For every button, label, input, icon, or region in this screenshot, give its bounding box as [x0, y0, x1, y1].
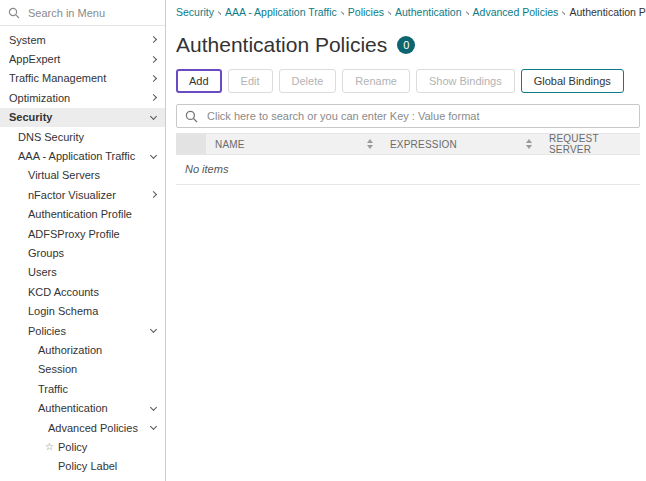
sidebar-item-optimization[interactable]: Optimization	[0, 88, 165, 107]
table-search[interactable]	[176, 104, 640, 128]
breadcrumb-separator-icon	[465, 11, 469, 15]
edit-button[interactable]: Edit	[228, 69, 273, 93]
sidebar-item-login-schema[interactable]: Login Schema	[0, 301, 165, 320]
chevron-right-icon	[150, 75, 157, 82]
column-header-expression[interactable]: EXPRESSION	[381, 134, 540, 154]
page-header: Authentication Policies 0	[176, 33, 646, 57]
sidebar-item-label: ADFSProxy Profile	[28, 228, 156, 240]
sidebar: System AppExpert Traffic Management Opti…	[0, 0, 166, 481]
chevron-down-icon	[150, 326, 157, 333]
sidebar-item-appexpert[interactable]: AppExpert	[0, 49, 165, 68]
sort-icon[interactable]	[526, 139, 532, 149]
sidebar-item-label: System	[9, 34, 145, 46]
sidebar-item-label: Advanced Policies	[48, 422, 145, 434]
breadcrumb: Security AAA - Application Traffic Polic…	[176, 0, 646, 24]
sidebar-item-label: Traffic Management	[9, 72, 145, 84]
sidebar-item-label: AppExpert	[9, 53, 145, 65]
sidebar-item-users[interactable]: Users	[0, 263, 165, 282]
empty-table-message: No items	[176, 155, 640, 185]
sidebar-item-aaa-application-traffic[interactable]: AAA - Application Traffic	[0, 146, 165, 165]
chevron-right-icon	[150, 56, 157, 63]
page-title: Authentication Policies	[176, 33, 387, 57]
breadcrumb-separator-icon	[562, 11, 566, 15]
sidebar-item-label: DNS Security	[18, 131, 156, 143]
chevron-down-icon	[150, 404, 157, 411]
sidebar-item-label: Session	[38, 363, 156, 375]
sidebar-item-authentication[interactable]: Authentication	[0, 398, 165, 417]
app-window: System AppExpert Traffic Management Opti…	[0, 0, 646, 481]
column-header-request-server[interactable]: REQUEST SERVER	[540, 134, 640, 154]
sidebar-item-traffic[interactable]: Traffic	[0, 379, 165, 398]
sidebar-item-label: Policies	[28, 325, 145, 337]
sidebar-item-nfactor-visualizer[interactable]: nFactor Visualizer	[0, 185, 165, 204]
column-label: EXPRESSION	[390, 139, 457, 150]
global-bindings-button[interactable]: Global Bindings	[521, 69, 624, 93]
sidebar-item-groups[interactable]: Groups	[0, 243, 165, 262]
count-badge: 0	[397, 36, 415, 54]
breadcrumb-separator-icon	[388, 11, 392, 15]
sidebar-item-label: AAA - Application Traffic	[18, 150, 145, 162]
show-bindings-button[interactable]: Show Bindings	[416, 69, 515, 93]
sidebar-item-security[interactable]: Security	[0, 108, 165, 127]
column-label: NAME	[215, 139, 245, 150]
chevron-down-icon	[150, 423, 157, 430]
chevron-right-icon	[150, 36, 157, 43]
breadcrumb-item[interactable]: Policies	[348, 6, 384, 18]
sidebar-item-authentication-profile[interactable]: Authentication Profile	[0, 205, 165, 224]
sidebar-item-advanced-policies[interactable]: Advanced Policies	[0, 418, 165, 437]
sidebar-search[interactable]	[0, 0, 165, 26]
sidebar-menu: System AppExpert Traffic Management Opti…	[0, 30, 165, 476]
sidebar-item-label: Authorization	[38, 344, 156, 356]
chevron-down-icon	[150, 151, 157, 158]
sidebar-item-authorization[interactable]: Authorization	[0, 340, 165, 359]
search-icon	[8, 7, 20, 19]
sidebar-item-policy[interactable]: ☆Policy	[0, 437, 165, 456]
sidebar-item-label: Authentication Profile	[28, 208, 156, 220]
sidebar-item-session[interactable]: Session	[0, 360, 165, 379]
sidebar-item-system[interactable]: System	[0, 30, 165, 49]
star-icon: ☆	[45, 441, 58, 452]
sidebar-item-label: Users	[28, 266, 156, 278]
sidebar-item-policies[interactable]: Policies	[0, 321, 165, 340]
sidebar-item-label: Login Schema	[28, 305, 156, 317]
chevron-down-icon	[150, 113, 157, 120]
column-label: REQUEST SERVER	[549, 133, 640, 155]
search-icon	[185, 110, 198, 123]
table-header: NAME EXPRESSION REQUEST SERVER	[176, 133, 640, 155]
sidebar-item-label: Authentication	[38, 402, 145, 414]
sidebar-item-label: Security	[9, 111, 145, 123]
sidebar-item-kcd-accounts[interactable]: KCD Accounts	[0, 282, 165, 301]
sidebar-item-adfsproxy-profile[interactable]: ADFSProxy Profile	[0, 224, 165, 243]
sidebar-item-virtual-servers[interactable]: Virtual Servers	[0, 166, 165, 185]
chevron-right-icon	[150, 94, 157, 101]
sidebar-item-label: KCD Accounts	[28, 286, 156, 298]
rename-button[interactable]: Rename	[342, 69, 410, 93]
sidebar-item-label: Policy Label	[58, 460, 156, 472]
delete-button[interactable]: Delete	[279, 69, 337, 93]
sidebar-item-policy-label[interactable]: Policy Label	[0, 457, 165, 476]
sidebar-item-label: Optimization	[9, 92, 145, 104]
breadcrumb-separator-icon	[341, 11, 345, 15]
column-header-name[interactable]: NAME	[206, 134, 381, 154]
sidebar-item-label: nFactor Visualizer	[28, 189, 145, 201]
main-content: Security AAA - Application Traffic Polic…	[166, 0, 646, 481]
sort-icon[interactable]	[367, 139, 373, 149]
select-all-cell[interactable]	[176, 134, 206, 154]
breadcrumb-item[interactable]: Advanced Policies	[473, 6, 559, 18]
add-button[interactable]: Add	[176, 69, 222, 93]
sidebar-item-dns-security[interactable]: DNS Security	[0, 127, 165, 146]
sidebar-item-traffic-management[interactable]: Traffic Management	[0, 69, 165, 88]
toolbar: Add Edit Delete Rename Show Bindings Glo…	[176, 69, 646, 93]
sidebar-item-label: Traffic	[38, 383, 156, 395]
breadcrumb-current: Authentication Policies	[569, 6, 646, 18]
sidebar-item-label: Groups	[28, 247, 156, 259]
table-search-input[interactable]	[205, 109, 631, 123]
breadcrumb-item[interactable]: Security	[176, 6, 214, 18]
breadcrumb-item[interactable]: Authentication	[395, 6, 462, 18]
breadcrumb-item[interactable]: AAA - Application Traffic	[225, 6, 337, 18]
sidebar-item-label: Virtual Servers	[28, 169, 156, 181]
sidebar-search-input[interactable]	[26, 6, 136, 20]
breadcrumb-separator-icon	[218, 11, 222, 15]
chevron-right-icon	[150, 191, 157, 198]
sidebar-item-label: Policy	[58, 441, 156, 453]
